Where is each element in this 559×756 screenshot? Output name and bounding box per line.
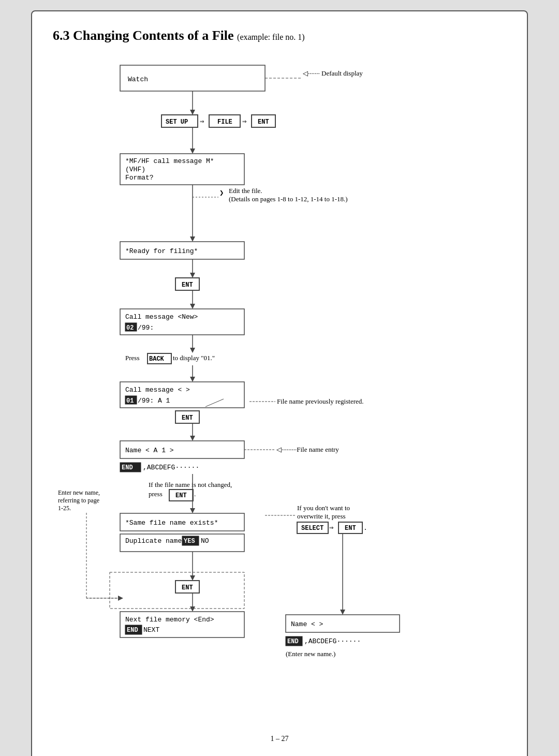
end-btn-3[interactable]: END <box>287 638 299 645</box>
file-name-entry-label: ◁·········File name entry <box>276 446 339 453</box>
svg-marker-54 <box>190 575 195 581</box>
ent-btn-4[interactable]: ENT <box>175 492 187 499</box>
default-display-label: ◁······· Default display <box>303 69 363 77</box>
page: 6.3 Changing Contents of a File (example… <box>31 10 528 756</box>
count-02: 02 <box>126 324 134 332</box>
same-file-label: *Same file name exists* <box>125 519 218 527</box>
mfhf-line2: (VHF) <box>125 166 145 173</box>
enter-new-name-3: 1-25. <box>58 505 71 512</box>
svg-marker-25 <box>190 348 195 353</box>
next-file-label: Next file memory <End> <box>125 616 214 624</box>
svg-marker-15 <box>190 236 195 242</box>
ent-btn-6[interactable]: ENT <box>182 584 193 591</box>
count-slash2: /99: A 1 <box>138 397 170 405</box>
name-a1-label: Name < A 1 > <box>125 447 174 454</box>
abcdefg-2: ,ABCDEFG······ <box>304 638 361 645</box>
svg-marker-61 <box>340 610 345 615</box>
svg-text:⇒: ⇒ <box>242 117 246 126</box>
file-prev-label: File name previously registered. <box>277 397 364 405</box>
ready-label: *Ready for filing* <box>125 247 198 255</box>
svg-marker-10 <box>190 149 195 154</box>
period2: . <box>363 524 367 532</box>
count-slash: /99: <box>138 324 154 332</box>
call-msg-blank-label: Call message < > <box>125 386 190 394</box>
overwrite-note-1: If you don't want to <box>297 504 350 512</box>
svg-marker-57 <box>190 606 195 612</box>
file-btn[interactable]: FILE <box>217 118 232 126</box>
back-btn[interactable]: BACK <box>149 355 165 363</box>
page-title-sub: (example: file no. 1) <box>237 33 305 41</box>
svg-marker-35 <box>190 436 195 441</box>
ent-btn-1[interactable]: ENT <box>258 118 269 126</box>
svg-marker-21 <box>190 304 195 309</box>
enter-new-name-1: Enter new name, <box>58 489 100 496</box>
no-text: NO <box>201 537 209 545</box>
call-msg-new-label: Call message <New> <box>125 313 198 321</box>
enter-new-name-2: referring to page <box>58 497 99 504</box>
abcdefg-1: ,ABCDEFG······ <box>143 464 199 471</box>
period: . <box>194 490 196 498</box>
press-back-text: Press <box>125 354 139 362</box>
svg-text:⇒: ⇒ <box>329 524 333 532</box>
svg-marker-3 <box>190 110 195 115</box>
page-title: 6.3 Changing Contents of a File (example… <box>53 27 506 45</box>
ent-btn-2[interactable]: ENT <box>182 281 193 289</box>
ent-btn-5[interactable]: ENT <box>345 525 356 532</box>
setup-btn[interactable]: SET UP <box>166 118 188 126</box>
if-not-changed-text: If the file name is not changed, <box>149 481 232 488</box>
svg-marker-44 <box>190 508 195 513</box>
end-btn-1[interactable]: END <box>122 464 133 471</box>
overwrite-note-2: overwrite it, press <box>297 512 346 520</box>
svg-marker-28 <box>190 377 195 382</box>
page-number: 1 – 27 <box>53 735 506 743</box>
enter-new-name-right: (Enter new name.) <box>286 650 335 658</box>
mfhf-line3: Format? <box>125 174 154 182</box>
diagram-container: Watch ◁······· Default display SET UP ⇒ … <box>53 60 506 719</box>
edit-bracket: ❯ <box>219 189 224 197</box>
name-blank-label: Name < > <box>291 620 323 628</box>
watch-label: Watch <box>128 76 148 83</box>
svg-marker-18 <box>190 273 195 278</box>
press-ent-text: press <box>149 490 163 498</box>
end-btn-2[interactable]: END <box>127 627 138 634</box>
dup-text: Duplicate name ? <box>125 537 190 545</box>
select-btn[interactable]: SELECT <box>301 525 323 532</box>
ent-btn-3[interactable]: ENT <box>182 414 193 422</box>
svg-text:⇒: ⇒ <box>200 117 204 126</box>
edit-label: Edit the file. <box>229 187 262 195</box>
next-text: NEXT <box>143 626 159 634</box>
edit-detail: (Details on pages 1-8 to 1-12, 1-14 to 1… <box>229 195 348 203</box>
count-01: 01 <box>126 397 134 405</box>
display-01-text: to display "01." <box>173 354 215 362</box>
yes-btn[interactable]: YES <box>184 538 195 545</box>
mfhf-line1: *MF/HF call message M* <box>125 157 214 165</box>
